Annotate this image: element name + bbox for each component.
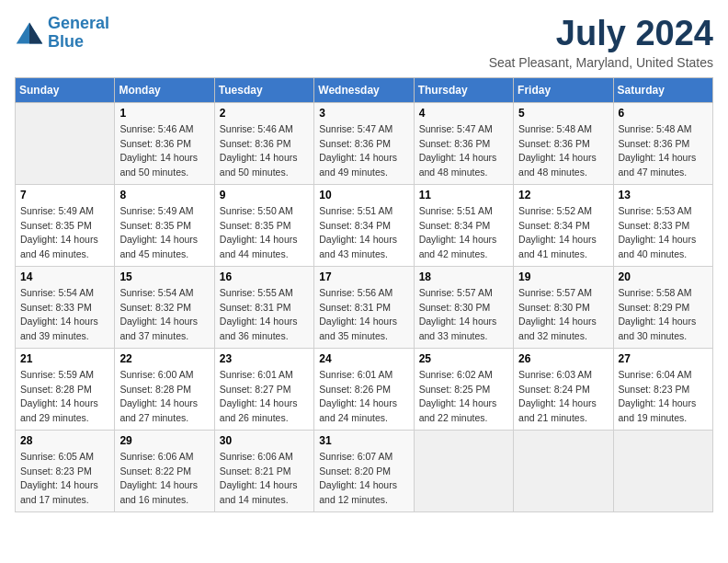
day-info: Sunrise: 5:58 AM Sunset: 8:29 PM Dayligh… [619,286,708,344]
table-row: 24Sunrise: 6:01 AM Sunset: 8:26 PM Dayli… [314,348,414,430]
title-area: July 2024 Seat Pleasant, Maryland, Unite… [489,15,713,70]
day-info: Sunrise: 5:47 AM Sunset: 8:36 PM Dayligh… [319,122,408,180]
day-number: 23 [220,352,309,365]
table-row: 13Sunrise: 5:53 AM Sunset: 8:33 PM Dayli… [613,184,712,266]
logo-icon [15,20,44,46]
day-number: 25 [419,352,508,365]
day-number: 11 [419,189,508,201]
day-number: 22 [119,352,209,365]
day-info: Sunrise: 5:46 AM Sunset: 8:36 PM Dayligh… [220,122,309,180]
day-info: Sunrise: 5:55 AM Sunset: 8:31 PM Dayligh… [220,286,309,344]
logo-line1: General [48,14,109,32]
table-row: 29Sunrise: 6:06 AM Sunset: 8:22 PM Dayli… [115,430,214,511]
table-row: 17Sunrise: 5:56 AM Sunset: 8:31 PM Dayli… [314,266,414,348]
day-info: Sunrise: 5:49 AM Sunset: 8:35 PM Dayligh… [119,204,209,262]
day-number: 19 [518,270,608,283]
calendar-week-5: 28Sunrise: 6:05 AM Sunset: 8:23 PM Dayli… [16,430,713,511]
table-row: 30Sunrise: 6:06 AM Sunset: 8:21 PM Dayli… [214,430,313,511]
table-row: 12Sunrise: 5:52 AM Sunset: 8:34 PM Dayli… [514,184,613,266]
table-row: 25Sunrise: 6:02 AM Sunset: 8:25 PM Dayli… [414,348,513,430]
page-header: General Blue July 2024 Seat Pleasant, Ma… [15,15,713,70]
day-number: 6 [619,107,708,120]
day-info: Sunrise: 5:51 AM Sunset: 8:34 PM Dayligh… [419,204,508,262]
day-number: 17 [319,270,408,283]
calendar-week-1: 1Sunrise: 5:46 AM Sunset: 8:36 PM Daylig… [16,102,713,184]
day-number: 16 [220,270,309,283]
header-thursday: Thursday [414,77,513,102]
table-row: 18Sunrise: 5:57 AM Sunset: 8:30 PM Dayli… [414,266,513,348]
month-year-title: July 2024 [489,15,713,53]
day-number: 1 [119,107,209,120]
day-info: Sunrise: 5:48 AM Sunset: 8:36 PM Dayligh… [619,122,708,180]
day-info: Sunrise: 5:51 AM Sunset: 8:34 PM Dayligh… [319,204,408,262]
svg-marker-1 [29,22,42,43]
header-row: Sunday Monday Tuesday Wednesday Thursday… [16,77,713,102]
table-row: 16Sunrise: 5:55 AM Sunset: 8:31 PM Dayli… [214,266,313,348]
day-number: 3 [319,107,408,120]
day-info: Sunrise: 5:52 AM Sunset: 8:34 PM Dayligh… [518,204,608,262]
day-number: 20 [619,270,708,283]
table-row [16,102,115,184]
day-info: Sunrise: 5:54 AM Sunset: 8:33 PM Dayligh… [20,286,109,344]
day-number: 10 [319,189,408,201]
table-row: 1Sunrise: 5:46 AM Sunset: 8:36 PM Daylig… [115,102,214,184]
table-row: 23Sunrise: 6:01 AM Sunset: 8:27 PM Dayli… [214,348,313,430]
day-info: Sunrise: 5:59 AM Sunset: 8:28 PM Dayligh… [20,368,109,426]
table-row: 11Sunrise: 5:51 AM Sunset: 8:34 PM Dayli… [414,184,513,266]
day-number: 15 [119,270,209,283]
table-row: 5Sunrise: 5:48 AM Sunset: 8:36 PM Daylig… [514,102,613,184]
table-row: 4Sunrise: 5:47 AM Sunset: 8:36 PM Daylig… [414,102,513,184]
day-number: 5 [518,107,608,120]
day-info: Sunrise: 5:50 AM Sunset: 8:35 PM Dayligh… [220,204,309,262]
header-monday: Monday [115,77,214,102]
day-number: 29 [119,434,209,447]
table-row: 15Sunrise: 5:54 AM Sunset: 8:32 PM Dayli… [115,266,214,348]
day-info: Sunrise: 5:56 AM Sunset: 8:31 PM Dayligh… [319,286,408,344]
logo-text: General Blue [48,15,109,52]
day-info: Sunrise: 5:48 AM Sunset: 8:36 PM Dayligh… [518,122,608,180]
header-sunday: Sunday [16,77,115,102]
day-number: 4 [419,107,508,120]
table-row: 9Sunrise: 5:50 AM Sunset: 8:35 PM Daylig… [214,184,313,266]
table-row: 31Sunrise: 6:07 AM Sunset: 8:20 PM Dayli… [314,430,414,511]
day-number: 28 [20,434,109,447]
day-info: Sunrise: 6:01 AM Sunset: 8:26 PM Dayligh… [319,368,408,426]
day-number: 21 [20,352,109,365]
day-info: Sunrise: 6:05 AM Sunset: 8:23 PM Dayligh… [20,450,109,508]
header-tuesday: Tuesday [214,77,313,102]
logo-line2: Blue [48,32,84,51]
day-info: Sunrise: 6:06 AM Sunset: 8:21 PM Dayligh… [220,450,309,508]
table-row: 19Sunrise: 5:57 AM Sunset: 8:30 PM Dayli… [514,266,613,348]
table-row: 28Sunrise: 6:05 AM Sunset: 8:23 PM Dayli… [16,430,115,511]
header-friday: Friday [514,77,613,102]
table-row: 10Sunrise: 5:51 AM Sunset: 8:34 PM Dayli… [314,184,414,266]
day-number: 14 [20,270,109,283]
table-row: 6Sunrise: 5:48 AM Sunset: 8:36 PM Daylig… [613,102,712,184]
day-info: Sunrise: 5:46 AM Sunset: 8:36 PM Dayligh… [119,122,209,180]
day-number: 31 [319,434,408,447]
header-saturday: Saturday [613,77,712,102]
location-subtitle: Seat Pleasant, Maryland, United States [489,55,713,70]
table-row [613,430,712,511]
day-number: 26 [518,352,608,365]
day-info: Sunrise: 6:02 AM Sunset: 8:25 PM Dayligh… [419,368,508,426]
day-number: 8 [119,189,209,201]
calendar-week-3: 14Sunrise: 5:54 AM Sunset: 8:33 PM Dayli… [16,266,713,348]
day-info: Sunrise: 5:47 AM Sunset: 8:36 PM Dayligh… [419,122,508,180]
table-row: 14Sunrise: 5:54 AM Sunset: 8:33 PM Dayli… [16,266,115,348]
day-number: 9 [220,189,309,201]
day-info: Sunrise: 6:03 AM Sunset: 8:24 PM Dayligh… [518,368,608,426]
table-row: 7Sunrise: 5:49 AM Sunset: 8:35 PM Daylig… [16,184,115,266]
day-number: 7 [20,189,109,201]
table-row: 20Sunrise: 5:58 AM Sunset: 8:29 PM Dayli… [613,266,712,348]
day-info: Sunrise: 5:57 AM Sunset: 8:30 PM Dayligh… [419,286,508,344]
day-number: 30 [220,434,309,447]
calendar-week-4: 21Sunrise: 5:59 AM Sunset: 8:28 PM Dayli… [16,348,713,430]
day-info: Sunrise: 6:06 AM Sunset: 8:22 PM Dayligh… [119,450,209,508]
day-info: Sunrise: 5:53 AM Sunset: 8:33 PM Dayligh… [619,204,708,262]
table-row: 21Sunrise: 5:59 AM Sunset: 8:28 PM Dayli… [16,348,115,430]
day-info: Sunrise: 5:49 AM Sunset: 8:35 PM Dayligh… [20,204,109,262]
day-info: Sunrise: 5:57 AM Sunset: 8:30 PM Dayligh… [518,286,608,344]
day-number: 13 [619,189,708,201]
logo: General Blue [15,15,109,52]
